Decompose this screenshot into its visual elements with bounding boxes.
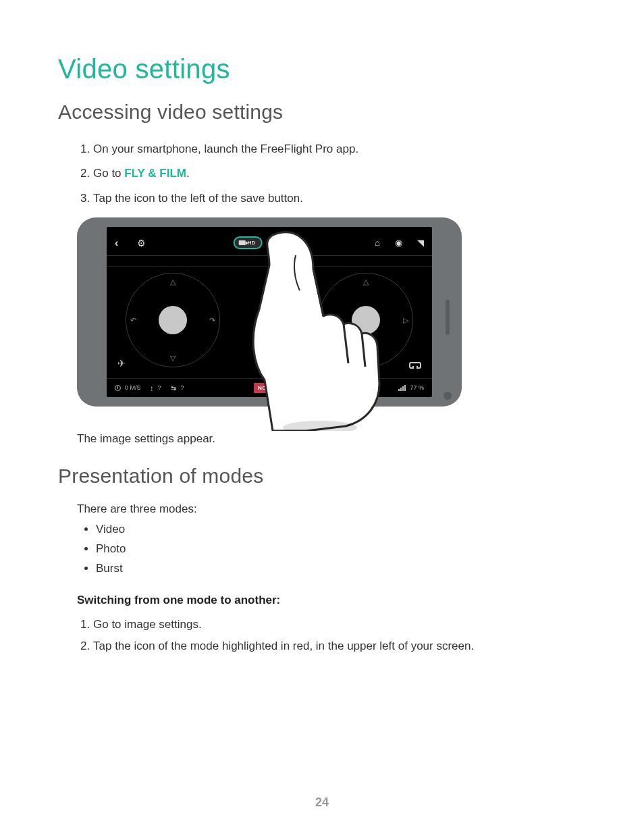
svg-point-0: [283, 421, 357, 431]
right-joystick[interactable]: △ ▽ ◁ ▷: [319, 273, 413, 367]
fly-and-film-link: FLY & FILM: [124, 167, 186, 180]
hd-label: HD: [248, 240, 256, 246]
joystick-knob[interactable]: [352, 306, 380, 334]
chevron-up-icon: △: [363, 278, 369, 286]
app-top-bar: ‹ ⚙ HD 00:00 ⌂ ◉ ◥: [107, 234, 432, 253]
status-badge: NOT CO: [254, 383, 285, 393]
back-icon[interactable]: ‹: [115, 237, 118, 249]
battery-value: 77 %: [410, 384, 424, 391]
step-2-suffix: .: [186, 167, 190, 180]
modes-list: Video Photo Burst: [58, 520, 586, 579]
mode-burst: Burst: [96, 559, 586, 579]
mode-photo: Photo: [96, 540, 586, 559]
altitude-value: ?: [158, 384, 161, 391]
phone-speaker: [446, 300, 450, 335]
app-bottom-bar: 0 M/S ↨? ↹? NOT CO 77 %: [107, 378, 432, 397]
takeoff-icon[interactable]: ✈: [117, 358, 126, 369]
videocam-icon: [239, 240, 246, 245]
speed-icon: [115, 385, 121, 391]
altitude-icon: ↨: [151, 384, 154, 392]
image-caption: The image settings appear.: [77, 432, 586, 446]
phone-camera-dot: [444, 392, 452, 400]
step-2: Go to FLY & FILM.: [93, 163, 586, 184]
record-button[interactable]: [266, 236, 281, 251]
page-title: Video settings: [58, 54, 586, 84]
chevron-right-icon: ▷: [403, 315, 408, 324]
distance-value: ?: [181, 384, 184, 391]
screenshot-illustration: ‹ ⚙ HD 00:00 ⌂ ◉ ◥ △: [77, 217, 462, 420]
signal-icon: [398, 385, 406, 391]
camera-icon[interactable]: ◥: [417, 238, 424, 248]
switching-steps-list: Go to image settings. Tap the icon of th…: [58, 614, 586, 658]
switch-step-2: Tap the icon of the mode highlighted in …: [93, 635, 586, 657]
vr-icon[interactable]: [409, 362, 421, 369]
rotate-right-icon: ↷: [209, 315, 215, 324]
left-joystick[interactable]: △ ▽ ↶ ↷: [126, 273, 220, 367]
step-1: On your smartphone, launch the FreeFligh…: [93, 138, 586, 160]
step-2-prefix: Go to: [93, 167, 124, 180]
step-3: Tap the icon to the left of the save but…: [93, 188, 586, 209]
home-icon[interactable]: ⌂: [375, 238, 380, 248]
play-icon[interactable]: ◉: [395, 238, 402, 248]
rotate-left-icon: ↶: [130, 315, 136, 324]
speed-value: 0 M/S: [125, 384, 141, 391]
video-settings-button[interactable]: HD: [234, 236, 263, 249]
switch-step-1: Go to image settings.: [93, 614, 586, 635]
section-modes-heading: Presentation of modes: [58, 465, 586, 488]
gear-icon[interactable]: ⚙: [137, 238, 146, 249]
distance-icon: ↹: [171, 384, 177, 392]
phone-screen: ‹ ⚙ HD 00:00 ⌂ ◉ ◥ △: [107, 227, 432, 397]
chevron-up-icon: △: [170, 278, 176, 286]
accessing-steps-list: On your smartphone, launch the FreeFligh…: [58, 138, 586, 209]
chevron-down-icon: ▽: [363, 354, 369, 363]
switching-heading: Switching from one mode to another:: [77, 594, 586, 607]
page-number: 24: [0, 796, 644, 810]
section-accessing-heading: Accessing video settings: [58, 101, 586, 124]
chevron-left-icon: ◁: [323, 315, 329, 324]
timer-label: 00:00: [285, 239, 305, 246]
mode-video: Video: [96, 520, 586, 540]
modes-intro: There are three modes:: [77, 502, 586, 516]
chevron-down-icon: ▽: [170, 354, 176, 363]
joystick-knob[interactable]: [159, 306, 187, 334]
